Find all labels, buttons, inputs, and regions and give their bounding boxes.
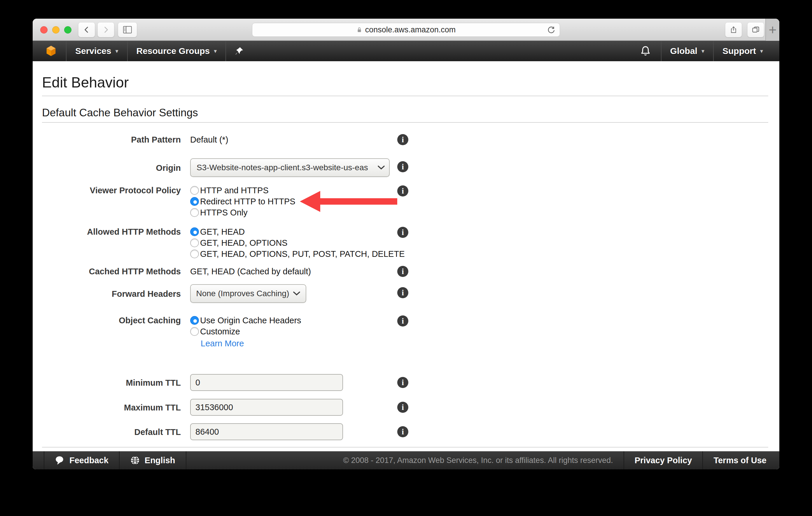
- radio-option-label: HTTP and HTTPS: [200, 185, 269, 196]
- chevron-down-icon: ▾: [760, 48, 763, 55]
- aws-logo-icon: [44, 44, 58, 58]
- chevron-down-icon: ▾: [214, 48, 217, 55]
- url-text: console.aws.amazon.com: [365, 25, 456, 34]
- minimum-ttl-input[interactable]: [190, 374, 343, 391]
- radio-checked-icon: [190, 316, 199, 325]
- radio-option-label: HTTPS Only: [200, 207, 248, 218]
- speech-bubble-icon: [55, 455, 65, 465]
- cached-http-methods-value: GET, HEAD (Cached by default): [190, 267, 311, 276]
- browser-titlebar: console.aws.amazon.com: [33, 19, 779, 41]
- info-icon[interactable]: [397, 377, 408, 388]
- forward-headers-label: Forward Headers: [33, 284, 181, 299]
- arrow-shaft: [320, 198, 397, 205]
- info-icon[interactable]: [397, 227, 408, 238]
- tabs-icon: [752, 26, 760, 33]
- terms-of-use-label: Terms of Use: [714, 456, 766, 465]
- form-row-object-caching: Object Caching Use Origin Cache Headers …: [33, 315, 418, 337]
- forward-headers-selected-value: None (Improves Caching): [196, 288, 289, 299]
- nav-region-menu[interactable]: Global ▾: [662, 41, 713, 61]
- language-label: English: [145, 456, 175, 465]
- origin-selected-value: S3-Website-notes-app-client.s3-website-u…: [197, 162, 368, 173]
- radio-unchecked-icon: [190, 239, 199, 247]
- nav-spacer: [252, 41, 630, 61]
- chevron-right-icon: [102, 26, 110, 33]
- new-tab-button[interactable]: +: [765, 19, 779, 41]
- radio-option-get-head[interactable]: GET, HEAD: [190, 226, 418, 237]
- chevron-down-icon: ▾: [701, 48, 704, 55]
- info-icon[interactable]: [397, 287, 408, 298]
- radio-unchecked-icon: [190, 249, 199, 258]
- path-pattern-value: Default (*): [190, 135, 228, 144]
- viewer-protocol-policy-label: Viewer Protocol Policy: [33, 185, 181, 196]
- privacy-policy-label: Privacy Policy: [635, 456, 692, 465]
- radio-option-label: GET, HEAD, OPTIONS: [200, 237, 288, 248]
- address-bar[interactable]: console.aws.amazon.com: [252, 23, 560, 37]
- cached-http-methods-label: Cached HTTP Methods: [33, 266, 181, 277]
- radio-option-label: Redirect HTTP to HTTPS: [200, 196, 295, 207]
- info-icon[interactable]: [397, 266, 408, 277]
- info-icon[interactable]: [397, 134, 408, 145]
- padlock-icon: [356, 27, 362, 33]
- chevron-down-icon: ▾: [115, 48, 118, 55]
- support-label: Support: [722, 46, 756, 56]
- radio-option-label: Use Origin Cache Headers: [200, 315, 301, 326]
- copyright-text: © 2008 - 2017, Amazon Web Services, Inc.…: [332, 451, 623, 469]
- pin-shortcut-button[interactable]: [226, 41, 252, 61]
- chevron-left-icon: [83, 26, 90, 33]
- pushpin-icon: [235, 47, 243, 55]
- form-row-origin: Origin S3-Website-notes-app-client.s3-we…: [33, 158, 418, 177]
- forward-headers-select[interactable]: None (Improves Caching): [190, 284, 306, 303]
- minimum-ttl-label: Minimum TTL: [33, 374, 181, 388]
- terms-of-use-link[interactable]: Terms of Use: [703, 451, 779, 469]
- share-icon: [730, 26, 737, 34]
- desktop-background: console.aws.amazon.com: [0, 0, 812, 516]
- browser-window: console.aws.amazon.com: [33, 19, 779, 469]
- maximum-ttl-input[interactable]: [190, 399, 343, 416]
- refresh-button[interactable]: [547, 26, 556, 36]
- close-window-button[interactable]: [40, 26, 48, 33]
- footer-spacer: [33, 451, 44, 469]
- bell-icon: [639, 45, 651, 57]
- learn-more-link[interactable]: Learn More: [201, 339, 244, 348]
- chevron-down-icon: [293, 291, 300, 296]
- share-button[interactable]: [725, 22, 742, 37]
- info-icon[interactable]: [397, 402, 408, 413]
- sidebar-toggle-button[interactable]: [118, 22, 137, 37]
- default-ttl-input[interactable]: [190, 423, 343, 440]
- forward-button[interactable]: [97, 22, 114, 37]
- radio-checked-icon: [190, 197, 199, 206]
- origin-label: Origin: [33, 158, 181, 174]
- info-icon[interactable]: [397, 426, 408, 437]
- nav-resource-groups-menu[interactable]: Resource Groups ▾: [128, 41, 226, 61]
- radio-option-use-origin-cache-headers[interactable]: Use Origin Cache Headers: [190, 315, 418, 326]
- aws-home-button[interactable]: [33, 41, 66, 61]
- info-icon[interactable]: [397, 315, 408, 327]
- radio-option-get-head-options[interactable]: GET, HEAD, OPTIONS: [190, 237, 418, 248]
- form-row-maximum-ttl: Maximum TTL: [33, 399, 418, 416]
- divider: [42, 122, 768, 123]
- nav-support-menu[interactable]: Support ▾: [714, 41, 779, 61]
- form-row-cached-http-methods: Cached HTTP Methods GET, HEAD (Cached by…: [33, 266, 418, 277]
- privacy-policy-link[interactable]: Privacy Policy: [624, 451, 703, 469]
- radio-option-customize[interactable]: Customize: [190, 326, 418, 337]
- form-row-forward-headers: Forward Headers None (Improves Caching): [33, 284, 418, 303]
- language-button[interactable]: English: [120, 451, 186, 469]
- divider: [42, 96, 768, 96]
- form-row-allowed-http-methods: Allowed HTTP Methods GET, HEAD GET, HEAD…: [33, 226, 418, 260]
- origin-select[interactable]: S3-Website-notes-app-client.s3-website-u…: [190, 158, 390, 177]
- page-title: Edit Behavior: [42, 74, 128, 91]
- notifications-button[interactable]: [630, 41, 661, 61]
- radio-unchecked-icon: [190, 208, 199, 217]
- minimize-window-button[interactable]: [52, 26, 59, 33]
- feedback-button[interactable]: Feedback: [44, 451, 119, 469]
- radio-option-all-methods[interactable]: GET, HEAD, OPTIONS, PUT, POST, PATCH, DE…: [190, 248, 418, 260]
- tab-overview-button[interactable]: [747, 22, 764, 37]
- form-row-minimum-ttl: Minimum TTL: [33, 374, 418, 391]
- zoom-window-button[interactable]: [64, 26, 71, 33]
- nav-services-menu[interactable]: Services ▾: [66, 41, 127, 61]
- arrow-head: [300, 191, 320, 212]
- back-button[interactable]: [78, 22, 95, 37]
- info-icon[interactable]: [397, 161, 408, 172]
- services-label: Services: [75, 46, 111, 56]
- chevron-down-icon: [377, 165, 385, 170]
